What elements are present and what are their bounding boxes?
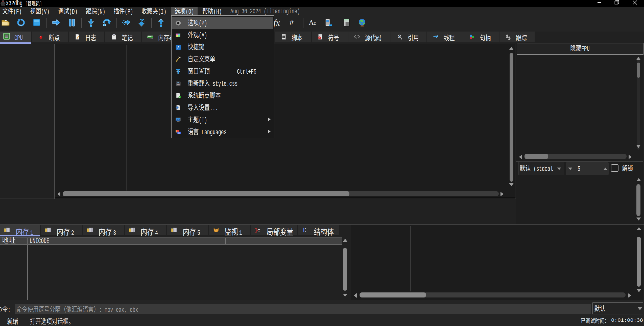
svg-text:css: css xyxy=(177,84,179,85)
svg-text:32: 32 xyxy=(2,1,4,3)
svg-text:WE: WE xyxy=(177,82,179,84)
